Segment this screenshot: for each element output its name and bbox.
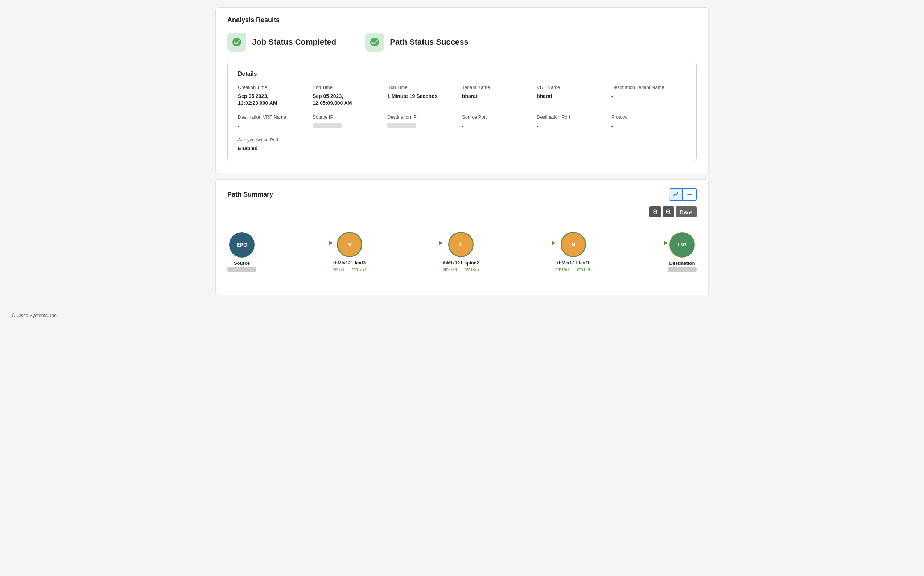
- arrow-3: [479, 243, 555, 243]
- destination-node-label: L3O: [678, 242, 686, 247]
- zoom-out-icon: [666, 209, 671, 214]
- leaf3-ports: eth1/1 eth1/51: [333, 267, 366, 272]
- checkmark-icon: [232, 37, 241, 47]
- source-ip-item: Source IP: [313, 114, 387, 130]
- creation-time-value: Sep 05 2023,12:02:23.000 AM: [238, 93, 307, 107]
- svg-line-11: [670, 213, 670, 214]
- dest-ip-value: [387, 123, 416, 128]
- graph-view-button[interactable]: [669, 188, 683, 201]
- path-checkmark-icon: [370, 37, 379, 47]
- leaf3-port-right: eth1/51: [352, 267, 366, 272]
- leaf3-display-label: tbMix121-leaf3: [333, 260, 366, 266]
- creation-time-label: Creation Time: [238, 85, 307, 91]
- source-sublabel: [227, 267, 256, 272]
- vrf-name-item: VRF Name bharat: [537, 85, 611, 107]
- protocol-value: -: [611, 123, 680, 130]
- destination-node-wrapper: L3O Destination: [668, 232, 697, 272]
- protocol-item: Protocol -: [611, 114, 686, 130]
- details-card: Details Creation Time Sep 05 2023,12:02:…: [227, 62, 697, 162]
- reset-button[interactable]: Reset: [676, 206, 697, 217]
- view-toggle: [669, 188, 697, 201]
- footer: © Cisco Systems, Inc.: [0, 308, 924, 322]
- svg-line-8: [656, 213, 657, 214]
- details-grid-row1: Creation Time Sep 05 2023,12:02:23.000 A…: [238, 85, 686, 107]
- leaf1-node-label: N: [572, 242, 575, 247]
- dest-ip-label: Destination IP: [387, 114, 456, 120]
- analyze-active-path-value: Enabled: [238, 145, 307, 152]
- job-status-item: Job Status Completed: [227, 33, 336, 51]
- dest-tenant-name-item: Destination Tenant Name -: [611, 85, 686, 107]
- dest-port-item: Destination Port -: [537, 114, 611, 130]
- analysis-results-section: Analysis Results Job Status Completed: [216, 7, 708, 173]
- path-summary-title: Path Summary: [227, 191, 273, 198]
- dest-tenant-name-value: -: [611, 93, 680, 100]
- list-icon: [687, 192, 693, 197]
- job-status-icon: [227, 33, 246, 51]
- spine2-port-left: eth1/34: [443, 267, 457, 272]
- status-row: Job Status Completed Path Status Success: [227, 33, 697, 51]
- zoom-in-button[interactable]: [649, 206, 661, 217]
- end-time-item: End Time Sep 05 2023,12:05:09.000 AM: [313, 85, 387, 107]
- zoom-controls: Reset: [227, 206, 697, 217]
- path-status-icon: [365, 33, 384, 51]
- run-time-label: Run Time: [387, 85, 456, 91]
- leaf3-node-wrapper: N tbMix121-leaf3 eth1/1 eth1/51: [333, 232, 366, 272]
- arrow-4: [591, 243, 668, 243]
- details-title: Details: [238, 71, 686, 77]
- spine2-node-label: N: [459, 242, 463, 247]
- spine2-ports: eth1/34 eth1/35: [443, 267, 479, 272]
- creation-time-item: Creation Time Sep 05 2023,12:02:23.000 A…: [238, 85, 313, 107]
- leaf1-node-wrapper: N tbMix121-leaf1 eth1/51 eth1/20: [555, 232, 591, 272]
- run-time-value: 1 Minute 19 Seconds: [387, 93, 456, 100]
- leaf1-port-right: eth1/20: [577, 267, 591, 272]
- run-time-item: Run Time 1 Minute 19 Seconds: [387, 85, 462, 107]
- spine2-node: N: [448, 232, 473, 257]
- dest-tenant-name-label: Destination Tenant Name: [611, 85, 680, 91]
- dest-port-value: -: [537, 123, 606, 130]
- leaf3-node: N: [337, 232, 362, 257]
- source-ip-label: Source IP: [313, 114, 382, 120]
- dest-vrf-name-value: -: [238, 123, 307, 130]
- path-summary-section: Path Summary: [216, 179, 708, 295]
- leaf1-ports: eth1/51 eth1/20: [555, 267, 591, 272]
- job-status-label: Job Status Completed: [252, 37, 336, 47]
- analyze-active-path-label: Analyze Active Path: [238, 137, 307, 143]
- tenant-name-value: bharat: [462, 93, 531, 100]
- destination-node: L3O: [670, 232, 695, 258]
- leaf1-node: N: [561, 232, 586, 257]
- list-view-button[interactable]: [683, 188, 697, 201]
- vrf-name-value: bharat: [537, 93, 606, 100]
- source-ip-value: [313, 123, 342, 128]
- path-diagram: EPG Source N tbMix121-leaf3 eth1/1 eth1/…: [227, 224, 697, 283]
- source-node: EPG: [229, 232, 254, 258]
- destination-sublabel: [668, 267, 697, 272]
- details-grid-row3: Analyze Active Path Enabled: [238, 137, 686, 152]
- source-port-item: Source Port -: [462, 114, 537, 130]
- spine2-display-label: tbMix121-spine2: [443, 260, 479, 266]
- tenant-name-item: Tenant Name bharat: [462, 85, 537, 107]
- zoom-in-icon: [653, 209, 658, 214]
- details-grid-row2: Destination VRF Name - Source IP Destina…: [238, 114, 686, 130]
- leaf1-port-left: eth1/51: [555, 267, 570, 272]
- dest-vrf-name-item: Destination VRF Name -: [238, 114, 313, 130]
- path-status-item: Path Status Success: [365, 33, 468, 51]
- analysis-results-title: Analysis Results: [227, 16, 697, 24]
- source-display-label: Source: [234, 261, 250, 266]
- destination-display-label: Destination: [670, 261, 695, 266]
- spine2-port-right: eth1/35: [465, 267, 479, 272]
- zoom-out-button[interactable]: [663, 206, 674, 217]
- end-time-value: Sep 05 2023,12:05:09.000 AM: [313, 93, 382, 107]
- dest-ip-item: Destination IP: [387, 114, 462, 130]
- source-node-wrapper: EPG Source: [227, 232, 256, 272]
- leaf1-display-label: tbMix121-leaf1: [557, 260, 590, 266]
- tenant-name-label: Tenant Name: [462, 85, 531, 91]
- spine2-node-wrapper: N tbMix121-spine2 eth1/34 eth1/35: [443, 232, 479, 272]
- end-time-label: End Time: [313, 85, 382, 91]
- path-status-label: Path Status Success: [390, 37, 468, 47]
- dest-port-label: Destination Port: [537, 114, 606, 120]
- analyze-active-path-item: Analyze Active Path Enabled: [238, 137, 313, 152]
- leaf3-node-label: N: [347, 242, 351, 247]
- dest-vrf-name-label: Destination VRF Name: [238, 114, 307, 120]
- source-port-label: Source Port: [462, 114, 531, 120]
- leaf3-port-left: eth1/1: [333, 267, 345, 272]
